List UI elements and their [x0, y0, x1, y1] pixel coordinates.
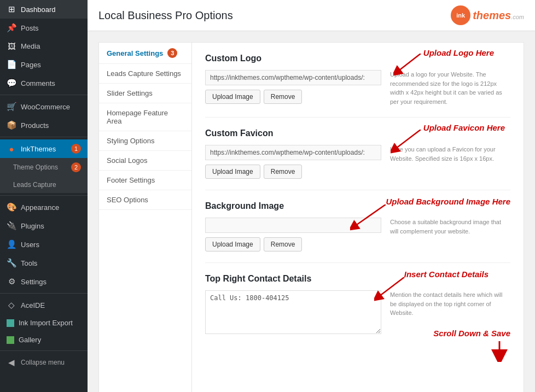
custom-favicon-title: Custom Favicon [205, 128, 510, 138]
left-nav-slider-settings[interactable]: Slider Settings [99, 84, 191, 103]
custom-favicon-url-input[interactable] [205, 145, 381, 160]
ink-import-icon [7, 319, 14, 327]
woo-icon: 🛒 [7, 102, 16, 112]
sidebar-item-theme-options[interactable]: Theme Options 2 [0, 158, 88, 177]
sidebar-item-woocommerce[interactable]: 🛒 WooCommerce [0, 97, 88, 116]
products-icon: 📦 [7, 120, 16, 130]
sidebar-divider-1 [0, 95, 88, 95]
left-nav-social-logos[interactable]: Social Logos [99, 151, 191, 171]
left-nav-footer-settings[interactable]: Footer Settings [99, 171, 191, 190]
contact-details-description: Mention the contact details here which w… [390, 290, 510, 318]
sidebar-item-dashboard[interactable]: ⊞ Dashboard [0, 0, 88, 19]
posts-icon: 📌 [7, 23, 16, 33]
aceide-icon: ◇ [7, 300, 16, 310]
plugins-icon: 🔌 [7, 221, 16, 231]
sidebar-item-posts[interactable]: 📌 Posts [0, 19, 88, 37]
sidebar-item-gallery[interactable]: Gallery [0, 331, 88, 348]
brand-logo: ink themes.com [451, 5, 524, 25]
custom-logo-title: Custom Logo [205, 54, 510, 63]
custom-logo-btn-group: Upload Image Remove [205, 90, 381, 104]
custom-favicon-section: Upload Favicon Here Custom Favicon Uploa… [205, 128, 510, 190]
background-image-upload-btn[interactable]: Upload Image [205, 237, 260, 251]
sidebar-item-settings[interactable]: ⚙ Settings [0, 272, 88, 291]
background-image-display [205, 218, 381, 233]
custom-favicon-btn-group: Upload Image Remove [205, 165, 381, 179]
sidebar-item-inkthemes[interactable]: ● InkThemes 1 [0, 139, 88, 158]
sidebar-item-media[interactable]: 🖼 Media [0, 37, 88, 55]
background-image-remove-btn[interactable]: Remove [264, 237, 303, 251]
sidebar-divider-4 [0, 293, 88, 294]
custom-favicon-description: Here you can upload a Favicon for your W… [390, 145, 510, 163]
sidebar-item-users[interactable]: 👤 Users [0, 235, 88, 254]
custom-favicon-upload-btn[interactable]: Upload Image [205, 165, 260, 179]
inkthemes-badge: 1 [71, 144, 81, 154]
sidebar-item-leads-capture[interactable]: Leads Capture [0, 177, 88, 193]
background-image-title: Background Image [205, 201, 510, 211]
left-nav: General Settings 3 Leads Capture Setting… [98, 42, 191, 392]
appearance-icon: 🎨 [7, 202, 16, 212]
right-panel: Upload Logo Here Custom Logo Upload Imag… [191, 42, 524, 392]
users-icon: 👤 [7, 239, 16, 249]
custom-logo-field-row: Upload Image Remove Upload a logo for yo… [205, 70, 510, 106]
contact-details-title: Top Right Contact Details [205, 274, 510, 284]
dashboard-icon: ⊞ [7, 4, 16, 14]
custom-favicon-field-row: Upload Image Remove Here you can upload … [205, 145, 510, 179]
sidebar-item-aceide[interactable]: ◇ AceIDE [0, 296, 88, 314]
custom-favicon-input-group: Upload Image Remove [205, 145, 381, 179]
left-nav-homepage-feature[interactable]: Homepage Feature Area [99, 103, 191, 131]
sidebar-item-ink-import-export[interactable]: Ink Import Export [0, 314, 88, 331]
inkthemes-icon: ● [7, 144, 16, 154]
sidebar-item-pages[interactable]: 📄 Pages [0, 55, 88, 74]
background-image-description: Choose a suitable background image that … [390, 218, 510, 236]
sidebar-divider-2 [0, 137, 88, 137]
comments-icon: 💬 [7, 78, 16, 88]
brand-themes-text: themes.com [473, 8, 524, 22]
contact-details-section: Insert Contact Details Top Right Contact… [205, 274, 510, 375]
ink-circle: ink [451, 5, 470, 25]
sidebar-item-comments[interactable]: 💬 Comments [0, 74, 88, 92]
sidebar-item-products[interactable]: 📦 Products [0, 116, 88, 134]
contact-description-wrap: Mention the contact details here which w… [390, 290, 510, 364]
sidebar-item-appearance[interactable]: 🎨 Appearance [0, 198, 88, 217]
custom-logo-input-group: Upload Image Remove [205, 70, 381, 104]
theme-options-badge: 2 [71, 162, 81, 172]
left-nav-styling-options[interactable]: Styling Options [99, 131, 191, 151]
custom-logo-url-input[interactable] [205, 70, 381, 85]
background-image-section: Upload Background Image Here Background … [205, 201, 510, 263]
sidebar-item-tools[interactable]: 🔧 Tools [0, 254, 88, 272]
background-image-input-group: Upload Image Remove [205, 218, 381, 251]
contact-details-textarea[interactable]: Call Us: 1800-404125 [205, 290, 381, 334]
page-title: Local Business Pro Options [98, 9, 233, 22]
sidebar-submenu-inkthemes: Theme Options 2 Leads Capture [0, 158, 88, 193]
content-area: General Settings 3 Leads Capture Setting… [88, 31, 535, 392]
sidebar-item-plugins[interactable]: 🔌 Plugins [0, 217, 88, 235]
left-nav-general-settings[interactable]: General Settings 3 [99, 43, 191, 64]
background-image-btn-group: Upload Image Remove [205, 237, 381, 251]
custom-favicon-remove-btn[interactable]: Remove [264, 165, 303, 179]
media-icon: 🖼 [7, 42, 16, 51]
contact-details-input-group: Call Us: 1800-404125 [205, 290, 381, 336]
sidebar: ⊞ Dashboard 📌 Posts 🖼 Media 📄 Pages 💬 Co… [0, 0, 88, 392]
custom-logo-upload-btn[interactable]: Upload Image [205, 90, 260, 104]
background-image-field-row: Upload Image Remove Choose a suitable ba… [205, 218, 510, 251]
scroll-down-arrow-icon [489, 340, 510, 362]
contact-details-field-row: Call Us: 1800-404125 Mention the contact… [205, 290, 510, 364]
left-nav-leads-capture[interactable]: Leads Capture Settings [99, 64, 191, 84]
sidebar-divider-3 [0, 195, 88, 196]
pages-icon: 📄 [7, 60, 16, 69]
custom-logo-description: Upload a logo for your Website. The reco… [390, 70, 510, 106]
scroll-save-annotation: Scroll Down & Save [390, 329, 510, 338]
sidebar-divider-5 [0, 350, 88, 351]
topbar: Local Business Pro Options ink themes.co… [88, 0, 535, 31]
main-content: Local Business Pro Options ink themes.co… [88, 0, 535, 392]
sidebar-collapse-button[interactable]: ◀ Collapse menu [0, 353, 88, 372]
gallery-icon [7, 336, 14, 344]
left-nav-seo-options[interactable]: SEO Options [99, 190, 191, 210]
custom-logo-remove-btn[interactable]: Remove [264, 90, 303, 104]
settings-icon: ⚙ [7, 277, 16, 286]
custom-logo-section: Upload Logo Here Custom Logo Upload Imag… [205, 54, 510, 118]
general-settings-badge: 3 [167, 48, 177, 58]
tools-icon: 🔧 [7, 258, 16, 268]
scroll-arrow-down [390, 340, 510, 364]
collapse-icon: ◀ [7, 358, 16, 367]
